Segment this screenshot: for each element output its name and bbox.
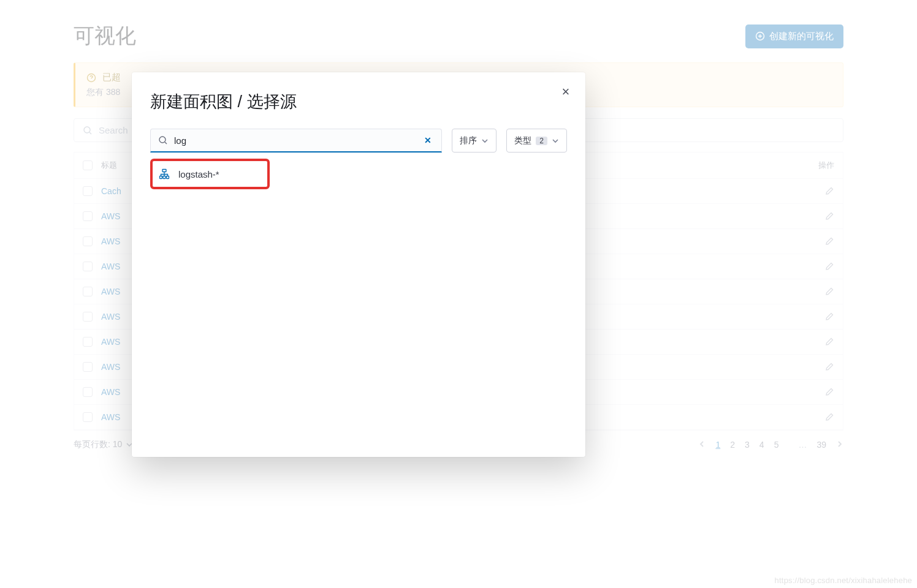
chevron-down-icon (552, 137, 559, 145)
modal-title: 新建面积图 / 选择源 (150, 91, 567, 113)
svg-rect-5 (160, 176, 162, 179)
source-search-field[interactable]: ✕ (150, 129, 442, 153)
source-result-item[interactable]: logstash-* (153, 161, 267, 187)
source-search-input[interactable] (174, 135, 416, 146)
type-label: 类型 (514, 135, 531, 146)
svg-rect-7 (167, 176, 169, 179)
source-result-label: logstash-* (178, 169, 219, 179)
type-select[interactable]: 类型 2 (506, 129, 567, 153)
index-pattern-icon (159, 168, 170, 179)
svg-rect-6 (163, 176, 166, 179)
type-count-badge: 2 (536, 137, 547, 145)
close-icon: × (562, 84, 570, 100)
search-icon (158, 135, 168, 145)
x-icon: ✕ (424, 135, 432, 145)
close-button[interactable]: × (557, 83, 574, 100)
sort-label: 排序 (460, 135, 477, 146)
svg-rect-4 (162, 170, 166, 172)
highlighted-result-box: logstash-* (150, 159, 270, 189)
chevron-down-icon (481, 137, 489, 145)
clear-search-button[interactable]: ✕ (422, 134, 434, 146)
new-area-chart-modal: × 新建面积图 / 选择源 ✕ 排序 类型 2 (132, 72, 585, 457)
sort-select[interactable]: 排序 (452, 129, 497, 153)
watermark: https://blog.csdn.net/xixihahalelehehe (775, 576, 912, 585)
svg-point-3 (159, 137, 166, 143)
